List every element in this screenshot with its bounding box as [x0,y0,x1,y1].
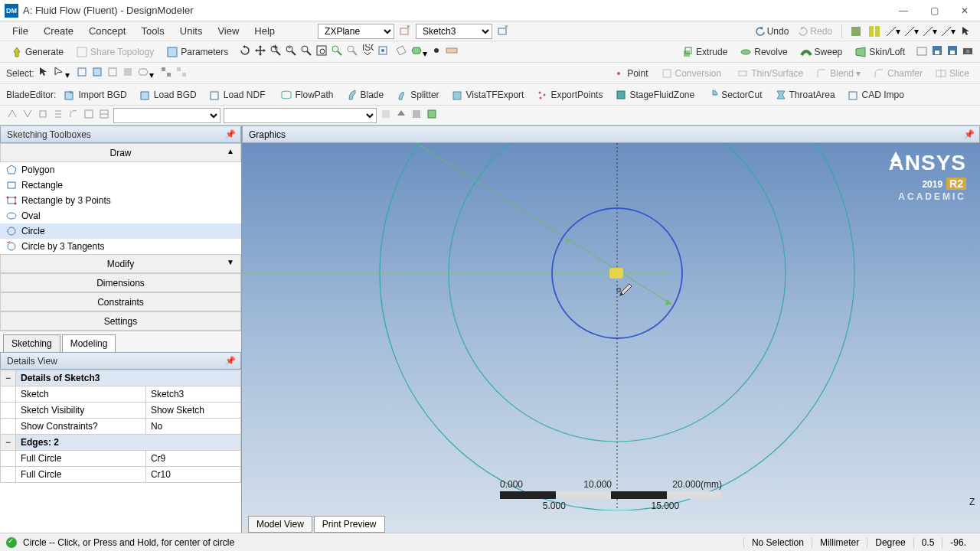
close-button[interactable]: ✕ [949,0,980,21]
draw-oval[interactable]: Oval [0,208,241,223]
pin-icon[interactable]: 📌 [225,356,236,366]
row-sketch-val[interactable]: Sketch3 [145,386,240,403]
zoom-prev-icon[interactable] [346,44,358,59]
new-sketch-icon[interactable]: * [495,24,511,39]
misc-icon-5[interactable] [67,108,80,122]
revolve-button[interactable]: Revolve [735,44,792,60]
zoom-in-icon[interactable]: + [270,44,282,59]
group-toggle[interactable]: − [1,435,16,451]
misc-icon-2[interactable] [21,108,34,122]
filter-face-icon[interactable] [106,66,119,80]
load-bgd-button[interactable]: Load BGD [135,87,201,103]
look-at-icon[interactable] [377,44,389,59]
tab-model-view[interactable]: Model View [248,516,312,533]
display-model-icon[interactable]: ▾ [410,44,427,59]
extend-sel2-icon[interactable] [175,66,188,80]
camera-icon[interactable] [962,44,974,59]
misc-icon-8[interactable] [380,108,392,122]
iso-icon[interactable]: ISO [361,44,374,59]
constraints-header[interactable]: Constraints [0,292,241,311]
menu-view[interactable]: View [211,23,245,39]
throat-area-button[interactable]: ThroatArea [770,87,840,103]
maximize-button[interactable]: ▢ [919,0,949,21]
export-points-button[interactable]: ExportPoints [531,87,607,103]
menu-file[interactable]: File [6,23,34,39]
combo-1[interactable] [113,108,220,123]
point-button[interactable]: Point [608,66,652,81]
new-plane-icon[interactable]: * [397,24,413,39]
menu-help[interactable]: Help [248,23,281,39]
blade-button[interactable]: Blade [341,87,389,103]
draw-circle-3tan[interactable]: Circle by 3 Tangents [0,239,241,254]
sweep-button[interactable]: Sweep [795,44,848,60]
load-ndf-button[interactable]: Load NDF [204,87,270,103]
tab-modeling[interactable]: Modeling [62,334,116,352]
group-toggle[interactable]: − [1,370,16,386]
draw-rectangle[interactable]: Rectangle [0,178,241,193]
slice-button[interactable]: Slice [930,66,974,81]
blend-button[interactable]: Blend ▾ [811,66,865,81]
stage-fluid-zone-button[interactable]: StageFluidZone [610,87,699,103]
generate-button[interactable]: Generate [6,44,68,60]
filter-edge-icon[interactable] [91,66,103,80]
filter-cube-icon[interactable]: ▾ [137,66,154,80]
import-icon[interactable] [916,44,928,59]
sketch-select[interactable]: Sketch3 [416,24,492,39]
menu-concept[interactable]: Concept [83,23,132,39]
menu-create[interactable]: Create [38,23,80,39]
save-icon[interactable] [931,44,943,59]
display-plane-icon[interactable] [395,44,407,59]
tab-print-preview[interactable]: Print Preview [314,516,385,533]
vista-export-button[interactable]: VistaTFExport [447,87,529,103]
edge-color-icon[interactable] [867,24,882,39]
misc-icon-11[interactable] [426,108,438,122]
chamfer-button[interactable]: Chamfer [868,66,927,81]
zoom-sel-icon[interactable] [331,44,343,59]
refresh-icon[interactable] [239,44,251,59]
zoom-out-icon[interactable]: - [285,44,297,59]
undo-button[interactable]: Undo [752,26,792,37]
ruler-icon[interactable] [446,44,458,59]
zoom-fit-icon[interactable] [300,44,312,59]
sector-cut-button[interactable]: SectorCut [702,87,766,103]
row-fc2-val[interactable]: Cr10 [145,467,240,483]
misc-icon-9[interactable] [395,108,407,122]
tab-sketching[interactable]: Sketching [3,334,60,352]
conversion-button[interactable]: Conversion [656,66,727,81]
splitter-button[interactable]: Splitter [391,87,443,103]
row-vis-val[interactable]: Show Sketch [145,403,240,419]
line-tool4-icon[interactable]: ▾ [940,24,956,39]
select-cursor2-icon[interactable]: ▾ [53,66,70,80]
draw-header[interactable]: Draw▲ [0,143,241,162]
row-fc1-val[interactable]: Cr9 [145,451,240,467]
misc-icon-4[interactable] [52,108,64,122]
misc-icon-10[interactable] [410,108,423,122]
draw-rectangle-3pts[interactable]: Rectangle by 3 Points [0,193,241,208]
skin-loft-button[interactable]: Skin/Loft [850,44,910,60]
face-color-icon[interactable] [848,24,864,39]
save-as-icon[interactable] [946,44,959,59]
cursor-icon[interactable] [959,24,974,39]
import-bgd-button[interactable]: Import BGD [59,87,131,103]
zoom-box-icon[interactable] [315,44,328,59]
display-point-icon[interactable] [430,44,443,59]
extrude-button[interactable]: Extrude [677,44,732,60]
misc-icon-7[interactable] [98,108,110,122]
draw-polygon[interactable]: Polygon [0,162,241,178]
extend-sel-icon[interactable] [160,66,172,80]
filter-vertex-icon[interactable] [76,66,88,80]
misc-icon-6[interactable] [83,108,95,122]
minimize-button[interactable]: — [888,0,919,21]
redo-button[interactable]: Redo [795,26,835,37]
pin-icon[interactable]: 📌 [225,129,236,139]
select-cursor-icon[interactable] [38,66,50,80]
draw-circle[interactable]: Circle [0,223,241,239]
dimensions-header[interactable]: Dimensions [0,273,241,292]
graphics-canvas[interactable]: ANSYS 2019 R2 ACADEMIC Z X Y 0.000 [242,143,980,533]
misc-icon-3[interactable] [37,108,49,122]
flowpath-button[interactable]: FlowPath [276,87,338,103]
misc-icon-1[interactable] [6,108,18,122]
settings-header[interactable]: Settings [0,311,241,331]
line-tool3-icon[interactable]: ▾ [922,24,937,39]
parameters-button[interactable]: Parameters [162,44,233,60]
